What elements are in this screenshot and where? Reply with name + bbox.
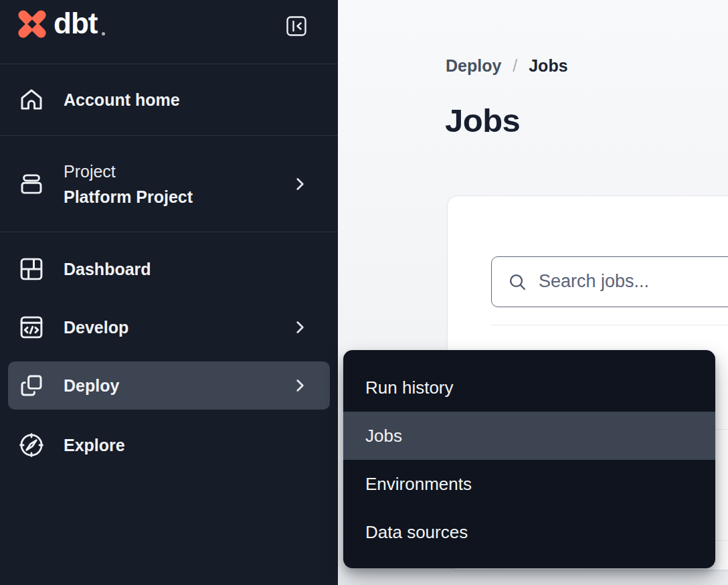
explore-compass-icon (17, 431, 46, 459)
menu-item-data-sources[interactable]: Data sources (343, 508, 715, 556)
sidebar-item-label: Dashboard (64, 260, 151, 279)
breadcrumb-separator: / (506, 56, 524, 75)
sidebar-item-label: Develop (64, 318, 128, 337)
logo-trademark-dot (102, 32, 105, 35)
search-icon (507, 272, 528, 292)
project-kicker-label: Project (64, 159, 193, 184)
menu-item-label: Environments (365, 474, 472, 495)
home-icon (17, 86, 46, 114)
project-archive-icon (17, 170, 46, 198)
page-title: Jobs (445, 102, 520, 139)
breadcrumb: Deploy / Jobs (446, 56, 568, 76)
sidebar: dbt Account home (0, 0, 338, 585)
dbt-logo-icon (17, 9, 48, 39)
sidebar-item-develop[interactable]: Develop (0, 299, 338, 355)
sidebar-item-label: Explore (64, 436, 125, 455)
sidebar-item-project[interactable]: Project Platform Project (0, 136, 338, 232)
logo-wordmark: dbt (54, 7, 97, 40)
sidebar-item-deploy[interactable]: Deploy (8, 361, 330, 410)
breadcrumb-deploy-link[interactable]: Deploy (446, 56, 501, 75)
sidebar-item-label: Account home (64, 90, 180, 110)
dbt-cloud-app: dbt Account home (0, 0, 728, 585)
logo-row: dbt (0, 0, 338, 64)
sidebar-item-label: Deploy (64, 376, 119, 396)
sidebar-divider (0, 232, 338, 232)
search-box (491, 256, 728, 307)
sidebar-item-dashboard[interactable]: Dashboard (0, 241, 338, 297)
chevron-right-icon (291, 377, 308, 394)
chevron-right-icon (291, 175, 308, 193)
menu-item-jobs[interactable]: Jobs (343, 412, 715, 460)
deploy-overlap-squares-icon (17, 371, 46, 400)
menu-item-run-history[interactable]: Run history (343, 363, 715, 412)
dashboard-grid-icon (17, 255, 46, 283)
project-name-label: Platform Project (64, 184, 193, 210)
menu-item-label: Run history (365, 378, 454, 398)
search-jobs-input[interactable] (539, 257, 728, 306)
menu-item-environments[interactable]: Environments (343, 460, 715, 508)
collapse-sidebar-button[interactable] (286, 15, 307, 37)
menu-item-label: Jobs (365, 426, 402, 446)
develop-code-icon (17, 313, 46, 341)
breadcrumb-current: Jobs (529, 56, 567, 75)
sidebar-item-account-home[interactable]: Account home (0, 64, 338, 135)
sidebar-item-explore[interactable]: Explore (0, 417, 338, 473)
chevron-right-icon (291, 319, 308, 336)
menu-item-label: Data sources (365, 522, 468, 543)
deploy-flyout-menu: Run history Jobs Environments Data sourc… (343, 350, 715, 568)
card-header-divider (491, 325, 728, 325)
